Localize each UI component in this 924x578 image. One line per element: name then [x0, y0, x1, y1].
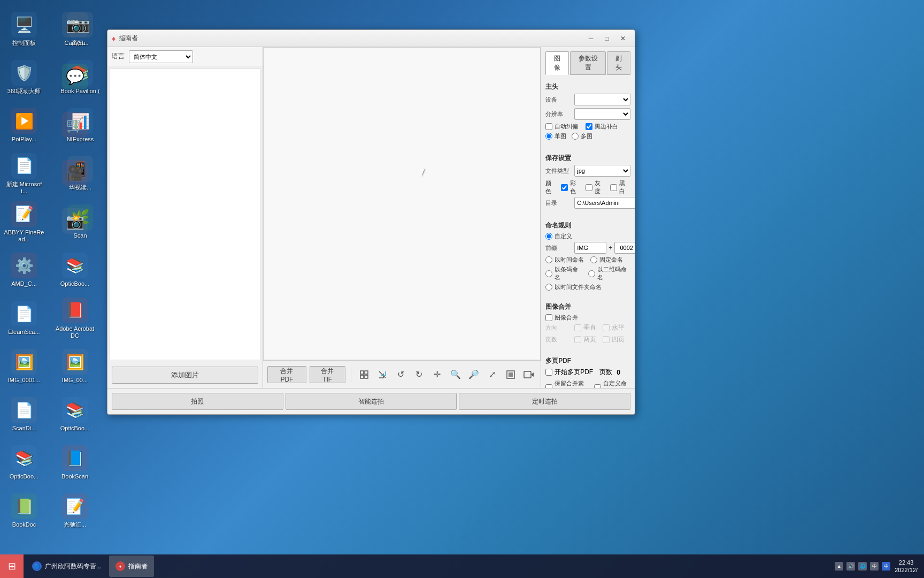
- by-timed-folder-radio[interactable]: [545, 284, 552, 291]
- desktop-icon-label: EleamSca...: [8, 329, 40, 336]
- tray-network[interactable]: 🌐: [858, 562, 867, 571]
- minimize-button[interactable]: ─: [583, 33, 598, 44]
- desktop-icon-guanghe[interactable]: 📝 光驰汇...: [51, 487, 99, 535]
- bw-option-label: 黑白: [619, 179, 630, 195]
- desktop-icon-img001[interactable]: 🖼️ IMG_0001...: [0, 343, 48, 391]
- redo-button[interactable]: ↻: [411, 366, 426, 383]
- single-image-radio[interactable]: [545, 133, 552, 140]
- desktop-icon-video[interactable]: 🎥: [51, 150, 99, 198]
- image-preview-area: [110, 69, 260, 360]
- merge-pdf-button[interactable]: 合并PDF: [267, 366, 306, 383]
- bw-checkbox[interactable]: [610, 184, 617, 191]
- timed-capture-button[interactable]: 定时连拍: [459, 393, 630, 410]
- taskbar-item-app1[interactable]: 🔵 广州欣阿数码专营...: [26, 556, 108, 577]
- by-2dcode-radio[interactable]: [588, 270, 595, 277]
- taskbar-clock[interactable]: 22:43 2022/12/: [895, 559, 918, 574]
- desktop-icon-opticbook2[interactable]: 📚 OpticBoo...: [0, 439, 48, 487]
- custom-naming-radio[interactable]: [545, 233, 552, 240]
- tab-image[interactable]: 图像: [545, 51, 569, 75]
- tray-ime-zh[interactable]: 中: [882, 562, 890, 571]
- custom-name-checkbox[interactable]: [594, 384, 601, 389]
- black-white-fill-checkbox[interactable]: [586, 123, 592, 130]
- number-input[interactable]: [614, 242, 635, 254]
- desktop-icon-bookedoc[interactable]: 📗 BookDoc: [0, 487, 48, 535]
- resolution-select[interactable]: [574, 108, 630, 120]
- taskbar-app2-label: 指南者: [128, 562, 148, 571]
- by-timed-folder-label: 以时间文件夹命名: [555, 283, 602, 291]
- desktop-icon-bookscan[interactable]: 📘 BookScan: [51, 439, 99, 487]
- tray-up-arrow[interactable]: ▲: [835, 562, 843, 571]
- language-select[interactable]: 简体中文 English 繁體中文: [129, 50, 193, 63]
- desktop-icon-new-doc[interactable]: 📄 新建 Microsoft...: [0, 150, 48, 198]
- desktop-icon-acrobat[interactable]: 📕 Adobe Acrobat DC: [51, 294, 99, 343]
- desktop-icon-control-panel[interactable]: 🖥️ 控制面板: [0, 5, 48, 54]
- taskbar-app2-icon: ♦: [116, 561, 125, 571]
- smart-capture-button[interactable]: 智能连拍: [286, 393, 457, 410]
- taskbar-app1-icon: 🔵: [32, 561, 42, 571]
- auto-correct-row: 自动纠偏 黑边补白: [545, 123, 630, 131]
- start-button[interactable]: ⊞: [0, 554, 24, 578]
- custom-name-label: 自定义命名: [603, 379, 630, 388]
- keep-material-row: 保留合并素材 自定义命名: [545, 379, 630, 388]
- actual-size-button[interactable]: [503, 366, 518, 383]
- fullscreen-tool-button[interactable]: [357, 366, 372, 383]
- window-app-icon: ♦: [112, 34, 116, 43]
- single-image-label: 单图: [555, 132, 566, 140]
- desktop-icon-amd[interactable]: ⚙️ AMD_C...: [0, 246, 48, 294]
- directory-input[interactable]: [574, 197, 635, 209]
- desktop-icon-label: PotPlay...: [12, 136, 36, 143]
- desktop-icon-scandi[interactable]: 📄 ScanDi...: [0, 391, 48, 439]
- fit-button[interactable]: ⤢: [484, 366, 499, 383]
- color-row: 颜色 彩色 灰度 黑白: [545, 179, 630, 195]
- fixed-name-radio[interactable]: [590, 256, 597, 263]
- desktop-icon-opticbook1[interactable]: 📚 OpticBoo...: [51, 246, 99, 294]
- color-checkbox[interactable]: [561, 184, 568, 191]
- desktop-icon-360[interactable]: 🛡️ 360驱动大师: [0, 54, 48, 102]
- add-image-button[interactable]: 添加图片: [112, 367, 258, 384]
- desktop-icon-pinduoduo[interactable]: 🛒: [51, 102, 99, 150]
- maximize-button[interactable]: □: [599, 33, 614, 44]
- taskbar-items: 🔵 广州欣阿数码专营... ♦ 指南者: [24, 556, 156, 577]
- desktop-icon-abbyy[interactable]: 📝 ABBYY FineRead...: [0, 198, 48, 246]
- desktop-icon-capture[interactable]: 📸: [51, 198, 99, 246]
- zoom-in-button[interactable]: 🔎: [466, 366, 481, 383]
- desktop-icon-label: 新建 Microsoft...: [3, 181, 45, 195]
- page-count-label: 页数: [599, 368, 612, 377]
- by-time-radio[interactable]: [545, 256, 552, 263]
- tab-params[interactable]: 参数设置: [570, 51, 605, 75]
- directory-row: 目录 浏览: [545, 197, 630, 209]
- desktop-icon-potplayer[interactable]: ▶️ PotPlay...: [0, 102, 48, 150]
- multi-image-radio[interactable]: [572, 133, 579, 140]
- move-tool-button[interactable]: ✛: [430, 366, 445, 383]
- by-2dcode-label: 以二维码命名: [597, 265, 630, 282]
- desktop-icon-eleamscan[interactable]: 📄 EleamSca...: [0, 294, 48, 343]
- pages-label: 页数: [545, 336, 572, 344]
- crop-tool-button[interactable]: [375, 366, 390, 383]
- start-pdf-checkbox[interactable]: [545, 369, 552, 376]
- file-type-select[interactable]: jpg png tif pdf bmp: [574, 165, 630, 177]
- tab-header[interactable]: 副头: [607, 51, 630, 75]
- gray-checkbox[interactable]: [586, 184, 592, 191]
- image-merge-checkbox[interactable]: [545, 314, 552, 321]
- desktop-icon-img0[interactable]: 🖼️ IMG_00...: [51, 343, 99, 391]
- zoom-out-button[interactable]: 🔍: [448, 366, 463, 383]
- svg-rect-3: [365, 375, 368, 378]
- tray-ime-en[interactable]: 中: [870, 562, 879, 571]
- keep-material-checkbox[interactable]: [545, 384, 552, 389]
- prefix-input[interactable]: [574, 242, 606, 254]
- multi-page-pdf-title: 多页PDF: [545, 356, 630, 366]
- desktop-icon-camera[interactable]: 📷 Camera: [51, 5, 99, 54]
- by-barcode-row: 以条码命名 以二维码命名: [545, 265, 630, 282]
- desktop-icon-facetime[interactable]: 💬: [51, 54, 99, 102]
- record-button[interactable]: [521, 366, 536, 383]
- auto-correct-checkbox[interactable]: [545, 123, 552, 130]
- photo-button[interactable]: 拍照: [112, 393, 283, 410]
- tray-volume[interactable]: 🔊: [846, 562, 855, 571]
- device-select[interactable]: [574, 94, 630, 105]
- merge-tif-button[interactable]: 合并TIF: [310, 366, 345, 383]
- taskbar-item-app2[interactable]: ♦ 指南者: [109, 556, 154, 577]
- close-button[interactable]: ✕: [615, 33, 630, 44]
- by-barcode-radio[interactable]: [545, 270, 552, 277]
- desktop-icon-opticbook3[interactable]: 📚 OpticBoo...: [51, 391, 99, 439]
- undo-button[interactable]: ↺: [393, 366, 408, 383]
